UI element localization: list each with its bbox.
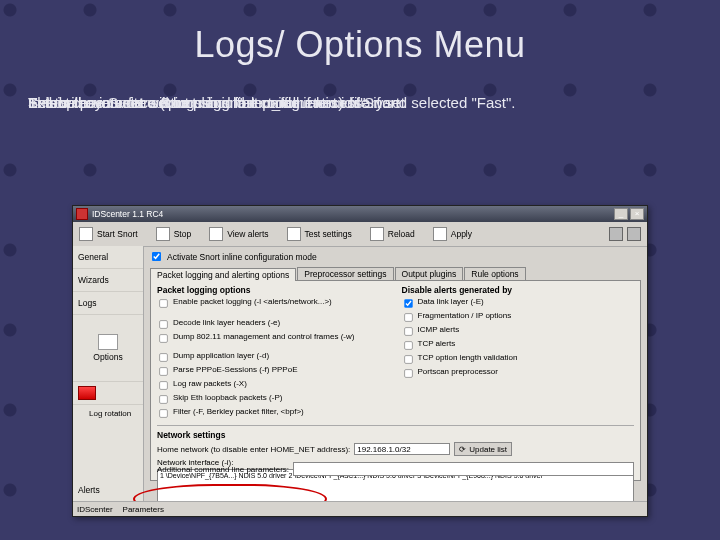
chk-raw[interactable] xyxy=(159,381,167,389)
toolbar-reload[interactable]: Reload xyxy=(370,227,415,241)
activate-inline-checkbox[interactable] xyxy=(152,252,161,261)
check-icon xyxy=(287,227,301,241)
tab-rule-options[interactable]: Rule options xyxy=(464,267,525,280)
body-line-5: Select the interface Snort should monito… xyxy=(28,94,383,112)
chk-frag[interactable] xyxy=(404,313,412,321)
sidebar-item-logs[interactable]: Logs xyxy=(73,292,143,315)
chk-tcp[interactable] xyxy=(404,341,412,349)
tray-icon xyxy=(609,227,623,241)
apply-icon xyxy=(433,227,447,241)
sidebar-item-log-red[interactable] xyxy=(73,382,143,405)
extra-params-label: Additional command line parameters: xyxy=(157,465,289,474)
chk-icmp[interactable] xyxy=(404,327,412,335)
extra-params-input[interactable] xyxy=(293,462,634,476)
toolbar-apply[interactable]: Apply xyxy=(433,227,472,241)
chk-dl[interactable] xyxy=(404,299,412,307)
chk-portscan[interactable] xyxy=(404,369,412,377)
group-network: Network settings xyxy=(157,430,634,440)
home-net-input[interactable] xyxy=(354,443,450,455)
play-icon xyxy=(79,227,93,241)
tab-output-plugins[interactable]: Output plugins xyxy=(395,267,464,280)
sidebar-item-options[interactable]: Options xyxy=(73,315,143,382)
eye-icon xyxy=(209,227,223,241)
status-right: Parameters xyxy=(123,505,164,514)
home-net-label: Home network (to disable enter HOME_NET … xyxy=(157,445,350,454)
toolbar-test[interactable]: Test settings xyxy=(287,227,352,241)
tabstrip: Packet logging and alerting options Prep… xyxy=(150,267,641,281)
chk-dump-app[interactable] xyxy=(159,353,167,361)
slide-body-overlap: This will overwrite settings in snort co… xyxy=(28,94,692,164)
toolbar-stop[interactable]: Stop xyxy=(156,227,192,241)
chk-pppoe[interactable] xyxy=(159,367,167,375)
sidebar-item-general[interactable]: General xyxy=(73,246,143,269)
app-window: IDScenter 1.1 RC4 _ × Start Snort Stop V… xyxy=(72,205,648,517)
toolbar-view-alerts[interactable]: View alerts xyxy=(209,227,268,241)
tray-icon xyxy=(627,227,641,241)
options-icon xyxy=(98,334,118,350)
group-disable-alerts: Disable alerts generated by xyxy=(402,285,635,295)
group-packet-logging: Packet logging options xyxy=(157,285,390,295)
chk-decode-link[interactable] xyxy=(159,320,167,328)
window-title: IDScenter 1.1 RC4 xyxy=(92,209,163,219)
status-left: IDScenter xyxy=(77,505,113,514)
tab-panel: Packet logging options Enable packet log… xyxy=(150,281,641,481)
chk-tcpopt[interactable] xyxy=(404,355,412,363)
refresh-icon: ⟳ xyxy=(459,445,466,454)
chk-dump-80211[interactable] xyxy=(159,334,167,342)
reload-icon xyxy=(370,227,384,241)
statusbar: IDScenter Parameters xyxy=(73,501,647,516)
log-icon xyxy=(78,386,96,400)
sidebar-item-wizards[interactable]: Wizards xyxy=(73,269,143,292)
tab-packet-logging[interactable]: Packet logging and alerting options xyxy=(150,268,296,281)
titlebar: IDScenter 1.1 RC4 _ × xyxy=(73,206,647,222)
tab-preprocessor[interactable]: Preprocessor settings xyxy=(297,267,393,280)
chk-enable-logging[interactable] xyxy=(159,299,167,307)
sidebar-item-alerts[interactable]: Alerts xyxy=(73,479,143,502)
systray xyxy=(609,227,641,241)
slide-title: Logs/ Options Menu xyxy=(28,24,692,66)
sidebar-item-log-rotation[interactable]: Log rotation xyxy=(73,405,143,421)
sidebar: General Wizards Logs Options Log rotatio… xyxy=(73,246,144,502)
window-min-button[interactable]: _ xyxy=(614,208,628,220)
main-panel: Activate Snort inline configuration mode… xyxy=(144,246,647,502)
chk-bpf-filter[interactable] xyxy=(159,409,167,417)
app-icon xyxy=(76,208,88,220)
toolbar-start[interactable]: Start Snort xyxy=(79,227,138,241)
window-close-button[interactable]: × xyxy=(630,208,644,220)
activate-inline-label: Activate Snort inline configuration mode xyxy=(167,252,317,262)
toolbar: Start Snort Stop View alerts Test settin… xyxy=(73,222,647,247)
stop-icon xyxy=(156,227,170,241)
chk-skip-loopback[interactable] xyxy=(159,395,167,403)
update-list-button[interactable]: ⟳ Update list xyxy=(454,442,512,456)
